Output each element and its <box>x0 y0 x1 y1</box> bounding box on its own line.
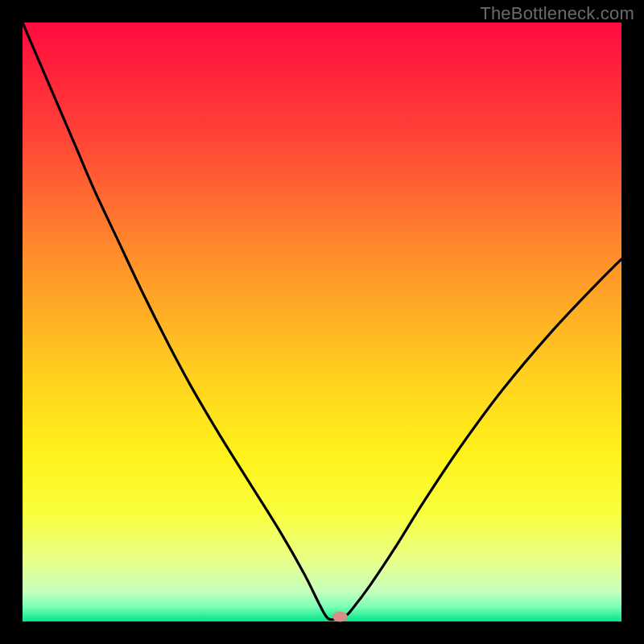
chart-stage: TheBottleneck.com <box>0 0 644 644</box>
plot-background <box>23 23 621 621</box>
sweet-spot-marker <box>332 612 347 621</box>
watermark-text: TheBottleneck.com <box>480 3 634 24</box>
bottleneck-chart <box>0 0 644 644</box>
